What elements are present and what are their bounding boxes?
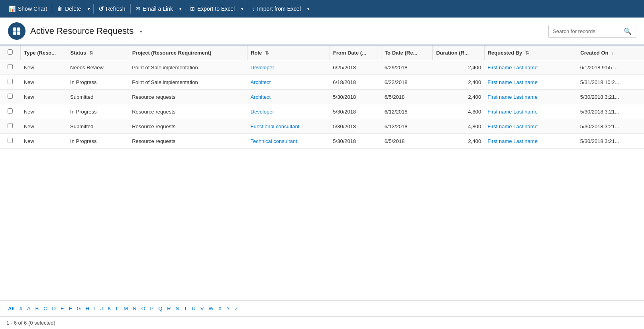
col-todate-label: To Date (Re... bbox=[385, 50, 417, 56]
col-header-status[interactable]: Status bbox=[67, 45, 129, 60]
row-check-cell[interactable] bbox=[0, 90, 21, 104]
row-role[interactable]: Developer bbox=[247, 104, 330, 119]
row-requested[interactable]: First name Last name bbox=[484, 134, 577, 149]
email-dropdown-button[interactable] bbox=[177, 0, 184, 18]
main-content: Active Resource Requests 🔍 Type (Reso... bbox=[0, 18, 644, 329]
row-check-cell[interactable] bbox=[0, 60, 21, 75]
alpha-nav-item[interactable]: P bbox=[149, 305, 155, 312]
toolbar-divider-3 bbox=[130, 4, 131, 14]
alpha-nav-item[interactable]: L bbox=[114, 305, 120, 312]
col-header-fromdate[interactable]: From Date (... bbox=[330, 45, 381, 60]
col-header-requested[interactable]: Requested By bbox=[484, 45, 577, 60]
toolbar-divider-2 bbox=[93, 4, 94, 14]
alpha-nav-item[interactable]: S bbox=[174, 305, 181, 312]
alpha-nav-item[interactable]: O bbox=[139, 305, 147, 312]
alpha-nav-item[interactable]: W bbox=[207, 305, 215, 312]
alpha-nav-item[interactable]: N bbox=[131, 305, 138, 312]
col-status-label: Status bbox=[71, 50, 86, 56]
alpha-nav-item[interactable]: Q bbox=[157, 305, 164, 312]
alpha-nav-item[interactable]: A bbox=[26, 305, 32, 312]
row-role[interactable]: Functional consultant bbox=[247, 119, 330, 134]
row-project: Point of Sale implementation bbox=[129, 60, 247, 75]
alpha-nav-item[interactable]: H bbox=[84, 305, 91, 312]
alpha-nav-item[interactable]: Z bbox=[233, 305, 240, 312]
row-requested[interactable]: First name Last name bbox=[484, 90, 577, 104]
page-title: Active Resource Requests bbox=[30, 26, 134, 36]
alpha-nav-item[interactable]: F bbox=[67, 305, 74, 312]
col-header-createdon[interactable]: Created On bbox=[577, 45, 644, 60]
alpha-nav-item[interactable]: I bbox=[92, 305, 97, 312]
alpha-nav-item[interactable]: # bbox=[18, 305, 24, 312]
row-type: New bbox=[21, 104, 67, 119]
alpha-nav-item[interactable]: G bbox=[75, 305, 82, 312]
row-checkbox[interactable] bbox=[8, 108, 13, 114]
toolbar: Show Chart Delete Refresh Email a Link E… bbox=[0, 0, 644, 18]
alpha-nav-item[interactable]: B bbox=[34, 305, 41, 312]
import-excel-button[interactable]: Import from Excel bbox=[248, 0, 305, 18]
alpha-nav-item[interactable]: J bbox=[99, 305, 105, 312]
row-requested[interactable]: First name Last name bbox=[484, 75, 577, 90]
import-icon bbox=[252, 6, 255, 12]
alpha-nav-item[interactable]: X bbox=[217, 305, 224, 312]
alpha-nav-item[interactable]: U bbox=[190, 305, 197, 312]
col-header-check[interactable] bbox=[0, 45, 21, 60]
table-row: New Submitted Resource requests Architec… bbox=[0, 90, 644, 104]
row-check-cell[interactable] bbox=[0, 119, 21, 134]
delete-button[interactable]: Delete bbox=[53, 0, 85, 18]
alpha-nav-item[interactable]: Y bbox=[225, 305, 232, 312]
row-requested[interactable]: First name Last name bbox=[484, 104, 577, 119]
row-createdon: 5/31/2018 10:2... bbox=[577, 75, 644, 90]
alpha-nav-item[interactable]: All bbox=[6, 305, 16, 312]
row-role[interactable]: Developer bbox=[247, 60, 330, 75]
row-checkbox[interactable] bbox=[8, 138, 13, 143]
alpha-nav-item[interactable]: K bbox=[106, 305, 113, 312]
row-requested[interactable]: First name Last name bbox=[484, 119, 577, 134]
row-requested[interactable]: First name Last name bbox=[484, 60, 577, 75]
row-check-cell[interactable] bbox=[0, 75, 21, 90]
search-button[interactable]: 🔍 bbox=[620, 25, 636, 37]
alpha-nav-item[interactable]: E bbox=[59, 305, 66, 312]
records-table: Type (Reso... Status Project (Resource R… bbox=[0, 45, 644, 149]
row-check-cell[interactable] bbox=[0, 104, 21, 119]
col-header-duration[interactable]: Duration (R... bbox=[433, 45, 484, 60]
export-dropdown-button[interactable] bbox=[239, 0, 246, 18]
row-createdon: 5/30/2018 3:21... bbox=[577, 134, 644, 149]
chart-icon bbox=[9, 6, 16, 12]
delete-dropdown-button[interactable] bbox=[85, 0, 92, 18]
col-header-todate[interactable]: To Date (Re... bbox=[381, 45, 433, 60]
col-header-type[interactable]: Type (Reso... bbox=[21, 45, 67, 60]
row-check-cell[interactable] bbox=[0, 134, 21, 149]
row-todate: 6/12/2018 bbox=[381, 119, 433, 134]
chevron-down-icon bbox=[88, 6, 90, 12]
refresh-button[interactable]: Refresh bbox=[94, 0, 130, 18]
row-checkbox[interactable] bbox=[8, 64, 13, 69]
search-input[interactable] bbox=[549, 26, 620, 37]
alpha-nav-item[interactable]: T bbox=[182, 305, 188, 312]
title-dropdown-button[interactable] bbox=[138, 26, 144, 36]
row-todate: 6/5/2018 bbox=[381, 134, 433, 149]
row-role[interactable]: Technical consultant bbox=[247, 134, 330, 149]
alpha-nav-item[interactable]: M bbox=[122, 305, 130, 312]
row-role[interactable]: Architect bbox=[247, 90, 330, 104]
col-header-role[interactable]: Role bbox=[247, 45, 330, 60]
row-type: New bbox=[21, 90, 67, 104]
row-checkbox[interactable] bbox=[8, 123, 13, 128]
row-checkbox[interactable] bbox=[8, 94, 13, 99]
col-header-project[interactable]: Project (Resource Requirement) bbox=[129, 45, 247, 60]
email-link-button[interactable]: Email a Link bbox=[132, 0, 177, 18]
show-chart-button[interactable]: Show Chart bbox=[5, 0, 51, 18]
import-dropdown-button[interactable] bbox=[305, 0, 312, 18]
alpha-nav-item[interactable]: R bbox=[165, 305, 172, 312]
row-checkbox[interactable] bbox=[8, 79, 13, 84]
row-createdon: 5/30/2018 3:21... bbox=[577, 90, 644, 104]
row-duration: 2,400 bbox=[433, 75, 484, 90]
alpha-nav-item[interactable]: C bbox=[42, 305, 49, 312]
select-all-checkbox[interactable] bbox=[8, 49, 13, 55]
export-excel-button[interactable]: Export to Excel bbox=[186, 0, 239, 18]
alpha-nav-item[interactable]: D bbox=[51, 305, 57, 312]
col-requested-label: Requested By bbox=[488, 50, 522, 56]
row-role[interactable]: Architect bbox=[247, 75, 330, 90]
row-fromdate: 6/18/2018 bbox=[330, 75, 381, 90]
alpha-nav-item[interactable]: V bbox=[199, 305, 206, 312]
row-status: Submitted bbox=[67, 119, 129, 134]
